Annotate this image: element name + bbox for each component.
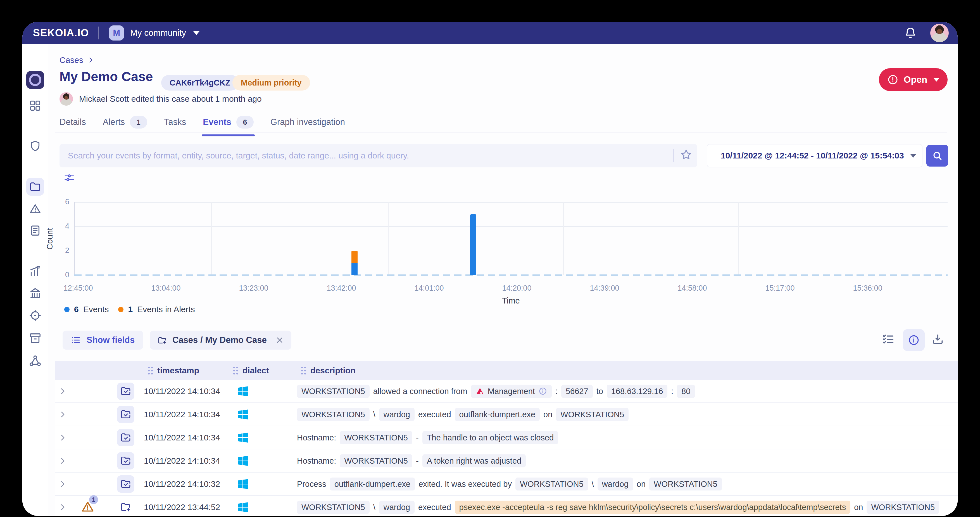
favorite-star-icon[interactable] — [679, 148, 693, 163]
x-axis-tick: 13:42:00 — [326, 284, 356, 293]
cases-folder-icon[interactable] — [26, 178, 44, 196]
windows-logo-icon — [236, 385, 250, 398]
tab-count-badge: 1 — [130, 116, 147, 129]
event-description: Processoutflank-dumpert.exeexited. It wa… — [297, 477, 952, 490]
case-id-badge: CAK6rTk4gCKZ — [161, 75, 239, 91]
column-header-description[interactable]: description — [301, 361, 356, 380]
app-window: SEKOIA.IO M My community — [22, 22, 958, 516]
tab-label: Events — [203, 117, 231, 127]
event-timestamp: 10/11/2022 14:10:34 — [144, 410, 220, 419]
event-row[interactable]: 10/11/2022 14:10:32Processoutflank-dumpe… — [55, 472, 958, 496]
entity-logo-icon — [476, 387, 484, 396]
detect-target-icon[interactable] — [29, 309, 41, 322]
event-row[interactable]: 110/11/2022 13:44:52WORKSTATION5\wardoge… — [55, 496, 958, 516]
storage-archive-icon[interactable] — [29, 332, 41, 345]
event-row[interactable]: 10/11/2022 14:10:34WORKSTATION5allowed a… — [55, 380, 958, 403]
download-icon[interactable] — [931, 333, 944, 347]
expand-chevron-icon[interactable] — [58, 503, 67, 511]
x-axis-tick: 14:01:00 — [414, 284, 444, 293]
chevron-down-icon — [933, 78, 940, 81]
value-chip: wardog — [598, 477, 633, 490]
checklist-icon[interactable] — [882, 333, 894, 347]
column-header-dialect[interactable]: dialect — [233, 361, 269, 380]
user-avatar[interactable] — [930, 24, 949, 42]
date-range-picker[interactable]: 10/11/2022 @ 12:44:52 - 10/11/2022 @ 15:… — [707, 144, 923, 168]
value-chip: 56627 — [561, 385, 593, 398]
value-chip: 168.63.129.16 — [607, 385, 667, 398]
value-chip: WORKSTATION5 — [297, 385, 370, 398]
legend-item[interactable]: 1Events in Alerts — [118, 305, 195, 314]
description-text: Hostname: — [297, 433, 336, 442]
event-description: WORKSTATION5\wardogexecutedoutflank-dump… — [297, 408, 952, 421]
community-network-icon[interactable] — [29, 354, 41, 367]
search-input[interactable] — [59, 144, 697, 168]
case-check-icon[interactable] — [117, 429, 134, 446]
drag-handle-icon[interactable] — [148, 367, 153, 375]
intelligence-building-icon[interactable] — [29, 287, 41, 300]
description-text: : — [555, 386, 558, 396]
event-row[interactable]: 10/11/2022 14:10:34Hostname:WORKSTATION5… — [55, 449, 958, 472]
event-description: Hostname:WORKSTATION5-The handle to an o… — [297, 431, 952, 444]
expand-chevron-icon[interactable] — [58, 434, 67, 442]
chart-settings-sliders-icon[interactable] — [64, 172, 75, 184]
community-selector-label[interactable]: My community — [130, 28, 186, 38]
reports-document-icon[interactable] — [29, 224, 41, 237]
defend-shield-icon[interactable] — [29, 140, 41, 153]
drag-handle-icon[interactable] — [301, 367, 306, 375]
expand-chevron-icon[interactable] — [58, 410, 67, 419]
tab-graph-investigation[interactable]: Graph investigation — [270, 117, 345, 134]
tab-details[interactable]: Details — [59, 117, 86, 134]
gridline — [563, 202, 564, 275]
description-text: \ — [373, 410, 375, 419]
event-timestamp: 10/11/2022 13:44:52 — [144, 503, 220, 512]
expand-chevron-icon[interactable] — [58, 387, 67, 396]
legend-item[interactable]: 6Events — [64, 305, 109, 314]
legend-dot — [118, 307, 124, 312]
event-row[interactable]: 10/11/2022 14:10:34Hostname:WORKSTATION5… — [55, 426, 958, 449]
breadcrumb-cases-link[interactable]: Cases — [59, 55, 83, 65]
chevron-down-icon[interactable] — [193, 31, 199, 35]
case-check-icon[interactable] — [117, 406, 134, 423]
hunting-chart-icon[interactable] — [29, 265, 41, 278]
x-axis-tick: 15:17:00 — [765, 284, 794, 293]
show-fields-button[interactable]: Show fields — [62, 330, 143, 349]
search-button[interactable] — [926, 145, 948, 166]
event-description: Hostname:WORKSTATION5-A token right was … — [297, 454, 952, 467]
info-icon[interactable] — [538, 387, 547, 396]
legend-label: Events — [83, 305, 109, 314]
add-to-case-icon[interactable] — [117, 499, 134, 516]
highlighted-command-chip: psexec.exe -accepteula -s reg save hklm\… — [455, 501, 851, 514]
description-text: \ — [373, 503, 375, 512]
column-label: timestamp — [157, 366, 199, 375]
notifications-bell-icon[interactable] — [904, 27, 917, 40]
event-row[interactable]: 10/11/2022 14:10:34WORKSTATION5\wardogex… — [55, 403, 958, 426]
events-in-alerts-bar — [352, 251, 358, 263]
close-icon[interactable] — [275, 336, 284, 345]
value-chip: 80 — [677, 385, 695, 398]
value-chip: The handle to an object was closed — [422, 431, 558, 444]
case-status-button[interactable]: Open — [879, 68, 948, 91]
gridline — [74, 227, 948, 227]
case-status-label: Open — [904, 74, 927, 85]
info-button[interactable] — [903, 329, 925, 351]
drag-handle-icon[interactable] — [233, 367, 238, 375]
breadcrumb[interactable]: Cases — [59, 55, 94, 65]
legend-count: 6 — [74, 305, 79, 314]
expand-chevron-icon[interactable] — [58, 480, 67, 488]
dashboards-grid-icon[interactable] — [29, 99, 41, 112]
sekoia-one-logo[interactable] — [26, 71, 44, 89]
value-chip: WORKSTATION5 — [515, 477, 588, 490]
value-chip: outflank-dumpert.exe — [455, 408, 540, 421]
case-check-icon[interactable] — [117, 452, 134, 469]
tab-tasks[interactable]: Tasks — [164, 117, 186, 134]
legend-count: 1 — [128, 305, 133, 314]
filter-chip-label: Cases / My Demo Case — [172, 335, 267, 345]
case-check-icon[interactable] — [117, 476, 134, 493]
alerts-warning-icon[interactable] — [29, 202, 41, 215]
case-check-icon[interactable] — [117, 383, 134, 400]
entity-chip: Management — [471, 385, 552, 398]
case-filter-chip[interactable]: Cases / My Demo Case — [150, 330, 291, 349]
expand-chevron-icon[interactable] — [58, 456, 67, 465]
column-header-timestamp[interactable]: timestamp — [148, 361, 199, 380]
windows-logo-icon — [236, 501, 250, 514]
